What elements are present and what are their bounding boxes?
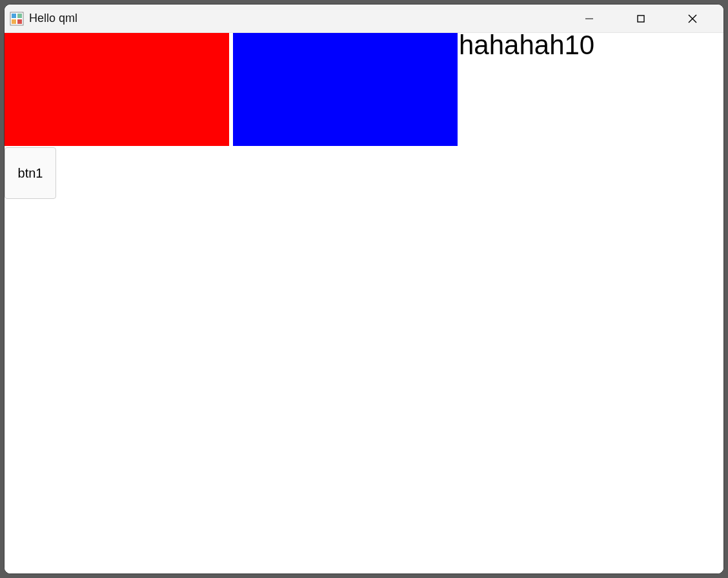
window-title: Hello qml bbox=[29, 12, 563, 25]
top-row: hahahah10 bbox=[5, 33, 594, 146]
svg-rect-6 bbox=[638, 15, 644, 22]
btn1-label: btn1 bbox=[18, 166, 43, 181]
maximize-button[interactable] bbox=[615, 5, 667, 32]
svg-rect-3 bbox=[12, 19, 16, 24]
svg-rect-2 bbox=[17, 14, 22, 18]
btn1-button[interactable]: btn1 bbox=[5, 147, 56, 199]
window-controls bbox=[563, 5, 718, 32]
text-label: hahahah10 bbox=[459, 32, 594, 59]
svg-rect-4 bbox=[17, 19, 22, 24]
titlebar[interactable]: Hello qml bbox=[5, 5, 723, 33]
close-button[interactable] bbox=[667, 5, 718, 32]
app-icon bbox=[10, 12, 24, 26]
minimize-button[interactable] bbox=[563, 5, 615, 32]
blue-rectangle bbox=[233, 33, 458, 146]
client-area: hahahah10 btn1 bbox=[5, 33, 723, 573]
svg-rect-1 bbox=[12, 14, 16, 18]
red-rectangle bbox=[5, 33, 229, 146]
application-window: Hello qml hahahah1 bbox=[4, 4, 724, 574]
